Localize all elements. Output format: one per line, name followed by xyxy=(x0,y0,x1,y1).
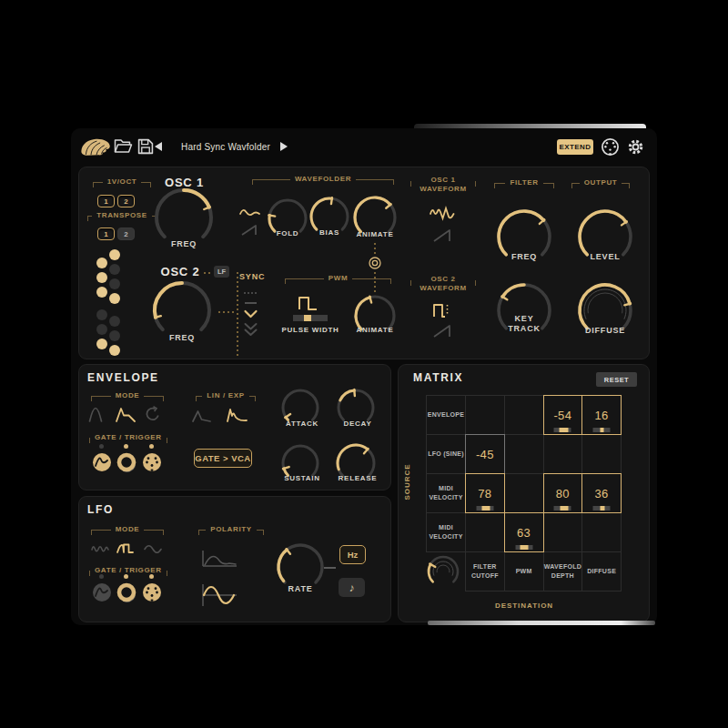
matrix-cell-r2c0[interactable]: 78 xyxy=(465,473,505,513)
gate-vca-button[interactable]: GATE > VCA xyxy=(194,449,252,468)
polarity-bipolar-icon[interactable] xyxy=(199,582,238,608)
sync-mode-double-icon[interactable] xyxy=(243,322,258,338)
lfo-follower-icon[interactable] xyxy=(92,582,112,602)
extend-button[interactable]: EXTEND xyxy=(557,139,593,155)
osc2-lf-connector xyxy=(204,272,212,274)
lfo-mode-rampsquare-icon[interactable] xyxy=(116,541,136,556)
transpose-button-1[interactable]: 1 xyxy=(97,228,115,240)
pulse-width-handle[interactable] xyxy=(304,315,311,321)
lfo-gate-ring-icon[interactable] xyxy=(116,582,138,604)
prev-preset-icon[interactable] xyxy=(155,142,162,151)
matrix-title: MATRIX xyxy=(413,371,463,384)
matrix-cell-r0c2[interactable]: -54 xyxy=(543,395,583,435)
osc2-ramp-icon[interactable] xyxy=(433,323,453,339)
pwm-animate-label: ANIMATE xyxy=(352,326,398,334)
matrix-cell-r3c1[interactable]: 63 xyxy=(504,512,544,552)
matrix-destination-label: WAVEFOLD DEPTH xyxy=(543,551,583,592)
env-mode-label: MODE xyxy=(111,391,145,400)
env-mode-adsr-icon[interactable] xyxy=(116,407,136,423)
sync-mode-off-icon[interactable] xyxy=(243,291,259,295)
matrix-cell-slider[interactable] xyxy=(593,428,611,432)
matrix-cell-r1c3[interactable] xyxy=(581,434,622,474)
matrix-cell-r0c0[interactable] xyxy=(465,395,505,435)
settings-gear-icon[interactable] xyxy=(626,137,645,157)
env-midi-din-icon[interactable] xyxy=(142,452,162,472)
matrix-destination-label: DIFFUSE xyxy=(581,551,622,592)
matrix-cell-r1c2[interactable] xyxy=(543,434,583,474)
matrix-cell-r0c3[interactable]: 16 xyxy=(581,395,622,435)
rate-hz-button[interactable]: Hz xyxy=(339,545,366,564)
matrix-cell-slider[interactable] xyxy=(476,506,493,511)
matrix-cell-slider[interactable] xyxy=(554,428,571,432)
open-preset-folder-icon[interactable] xyxy=(114,138,133,155)
sustain-label: SUSTAIN xyxy=(275,474,329,482)
matrix-cell-r0c1[interactable] xyxy=(504,395,544,435)
rate-note-button[interactable]: ♪ xyxy=(339,578,365,597)
lfo-mode-sine-icon[interactable] xyxy=(144,542,162,556)
deco-dot xyxy=(109,345,120,356)
diffuse-label: DIFFUSE xyxy=(578,326,632,335)
deco-dot xyxy=(109,249,120,260)
matrix-cell-r3c0[interactable] xyxy=(465,512,505,552)
sine-wave-icon[interactable] xyxy=(239,207,260,221)
osc2-waveform-header: OSC 2WAVEFORM xyxy=(410,277,476,295)
transpose-button-2[interactable]: 2 xyxy=(117,228,135,240)
sync-mode-hard-icon[interactable] xyxy=(243,309,258,319)
matrix-cell-r1c1[interactable] xyxy=(504,434,544,474)
key-track-label-2: TRACK xyxy=(497,324,551,333)
matrix-cell-r3c3[interactable] xyxy=(581,512,622,552)
rate-label: RATE xyxy=(273,584,328,593)
matrix-reset-button[interactable]: RESET xyxy=(596,372,637,387)
midi-icon[interactable] xyxy=(601,137,620,157)
deco-dot xyxy=(109,316,120,327)
matrix-cell-slider[interactable] xyxy=(554,506,571,511)
lfo-mode-doublesine-icon[interactable] xyxy=(91,542,109,556)
decay-label: DECAY xyxy=(330,420,385,428)
voct-button-2[interactable]: 2 xyxy=(117,195,135,207)
titlebar: Hard Sync Wavfolder EXTEND xyxy=(71,128,657,165)
polarity-unipolar-icon[interactable] xyxy=(199,547,238,571)
env-mode-ar-icon[interactable] xyxy=(88,407,104,423)
sync-mode-soft-icon[interactable] xyxy=(243,301,259,305)
wavefolder-animate-label: ANIMATE xyxy=(352,230,398,238)
lf-badge[interactable]: LF xyxy=(214,266,229,278)
matrix-amount-knob[interactable] xyxy=(422,551,464,592)
env-lin-icon[interactable] xyxy=(192,409,212,423)
env-gate-trigger-label: GATE / TRIGGER xyxy=(90,433,167,442)
matrix-cell-r2c3[interactable]: 36 xyxy=(581,473,622,513)
matrix-cell-r2c2[interactable]: 80 xyxy=(543,473,583,513)
matrix-cell-slider[interactable] xyxy=(515,545,532,550)
filter-header: FILTER xyxy=(494,179,554,188)
lfo-midi-din-icon[interactable] xyxy=(142,582,162,602)
next-preset-icon[interactable] xyxy=(280,142,288,151)
filter-freq-label: FREQ xyxy=(497,252,551,261)
env-src-dot-2 xyxy=(124,444,128,449)
preset-name[interactable]: Hard Sync Wavfolder xyxy=(180,142,271,152)
lfo-src-dot-3 xyxy=(149,574,154,579)
osc1wf-line2: WAVEFORM xyxy=(415,185,471,194)
voct-button-1[interactable]: 1 xyxy=(97,195,115,207)
lfo-polarity-header: POLARITY xyxy=(198,526,264,535)
env-exp-icon[interactable] xyxy=(227,407,248,423)
matrix-cell-r1c0[interactable]: -45 xyxy=(465,434,505,474)
env-linexp-header: LIN / EXP xyxy=(196,392,256,401)
matrix-cell-r3c2[interactable] xyxy=(543,512,583,552)
filter-label: FILTER xyxy=(505,178,542,187)
env-follower-icon[interactable] xyxy=(92,452,112,472)
matrix-source-row-label: ENVELOPE xyxy=(426,395,466,435)
osc1-ramp-icon[interactable] xyxy=(433,228,453,243)
save-preset-icon[interactable] xyxy=(137,138,154,155)
pulse-dotted-icon[interactable] xyxy=(433,301,453,318)
ramp-wave-icon[interactable] xyxy=(241,224,258,237)
env-gate-ring-icon[interactable] xyxy=(116,452,138,474)
deco-dot xyxy=(109,293,120,304)
matrix-source-row-label: LFO (SINE) xyxy=(426,434,466,474)
matrix-cell-r2c1[interactable] xyxy=(504,473,544,513)
matrix-cell-slider[interactable] xyxy=(593,506,611,511)
folded-wave-icon[interactable] xyxy=(430,205,455,221)
env-mode-loop-icon[interactable] xyxy=(145,406,161,423)
lfo-mode-label: MODE xyxy=(111,525,145,534)
deco-dot xyxy=(96,258,107,268)
sync-title: SYNC xyxy=(239,272,274,281)
pulse-width-slider[interactable] xyxy=(293,315,328,321)
